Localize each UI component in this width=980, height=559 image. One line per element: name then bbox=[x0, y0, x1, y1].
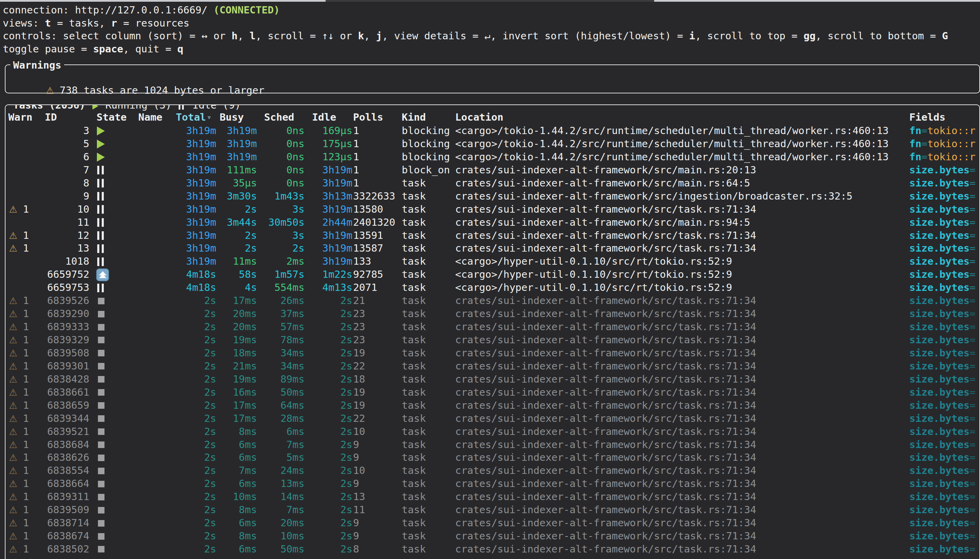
column-header-busy[interactable]: Busy bbox=[220, 111, 244, 124]
task-row[interactable]: ⚠168386612s16ms50ms2s19taskcrates/sui-in… bbox=[5, 386, 979, 399]
task-row[interactable]: ⚠168395082s18ms34ms2s19taskcrates/sui-in… bbox=[5, 347, 979, 360]
task-row[interactable]: 66597534m18s4s554ms4m13s2071task<cargo>/… bbox=[5, 281, 979, 294]
column-header-kind[interactable]: Kind bbox=[402, 111, 426, 124]
sched-duration: 0ns bbox=[261, 124, 305, 137]
task-id: 6838714 bbox=[40, 517, 89, 530]
task-row[interactable]: 83h19m35µs0ns3h19m1taskcrates/sui-indexe… bbox=[5, 177, 979, 190]
warning-icon: ⚠ bbox=[9, 334, 19, 347]
busy-duration: 58s bbox=[220, 268, 257, 281]
task-row[interactable]: 33h19m3h19m0ns169µs1blocking<cargo>/toki… bbox=[5, 124, 979, 137]
column-header-warn[interactable]: Warn bbox=[8, 111, 32, 124]
column-header-name[interactable]: Name bbox=[138, 111, 162, 124]
task-row[interactable]: ⚠168393332s20ms57ms2s23taskcrates/sui-in… bbox=[5, 321, 979, 334]
warn-count: 1 bbox=[19, 464, 29, 477]
busy-duration: 2s bbox=[220, 203, 257, 216]
warning-icon: ⚠ bbox=[9, 308, 19, 321]
polls-count: 1 bbox=[353, 164, 401, 177]
state-completed-icon bbox=[96, 530, 112, 543]
fields-cell: size.bytes= bbox=[909, 373, 980, 386]
task-row[interactable]: ⚠1103h19m2s3s3h19m13580taskcrates/sui-in… bbox=[5, 203, 979, 216]
task-row[interactable]: ⚠168386742s8ms10ms2s9taskcrates/sui-inde… bbox=[5, 530, 979, 543]
task-location: crates/sui-indexer-alt-framework/src/tas… bbox=[455, 321, 909, 334]
busy-duration: 17ms bbox=[220, 412, 257, 425]
sched-duration: 1m43s bbox=[261, 190, 305, 203]
task-row[interactable]: 113h19m3m44s30m50s2h44m2401320taskcrates… bbox=[5, 216, 979, 229]
warning-icon: ⚠ bbox=[46, 85, 54, 96]
column-header-sched[interactable]: Sched bbox=[264, 111, 294, 124]
total-duration: 2s bbox=[164, 425, 216, 438]
total-duration: 2s bbox=[164, 477, 216, 490]
task-row[interactable]: 93h19m3m30s1m43s3h13m3322633taskcrates/s… bbox=[5, 190, 979, 203]
column-header-state[interactable]: State bbox=[96, 111, 127, 124]
task-row[interactable]: ⚠168387142s6ms20ms2s9taskcrates/sui-inde… bbox=[5, 517, 979, 530]
warn-count bbox=[19, 190, 29, 203]
task-row[interactable]: ⚠168386592s17ms64ms2s19taskcrates/sui-in… bbox=[5, 399, 979, 412]
task-row[interactable]: ⚠168385542s7ms24ms2s10taskcrates/sui-ind… bbox=[5, 464, 979, 477]
task-kind: task bbox=[402, 543, 457, 556]
task-row[interactable]: 53h19m3h19m0ns175µs1blocking<cargo>/toki… bbox=[5, 137, 979, 150]
task-row[interactable]: ⚠168393012s21ms34ms2s22taskcrates/sui-in… bbox=[5, 360, 979, 373]
idle-duration: 2s bbox=[308, 543, 353, 556]
sched-duration: 1m57s bbox=[261, 268, 305, 281]
task-row[interactable]: ⚠168395262s17ms26ms2s21taskcrates/sui-in… bbox=[5, 294, 979, 308]
task-location: crates/sui-indexer-alt-framework/src/tas… bbox=[455, 543, 909, 556]
busy-duration: 19ms bbox=[220, 373, 257, 386]
task-row[interactable]: ⚠168384282s19ms89ms2s18taskcrates/sui-in… bbox=[5, 373, 979, 386]
task-row[interactable]: ⚠168392902s20ms37ms2s23taskcrates/sui-in… bbox=[5, 308, 979, 321]
task-row[interactable]: 73h19m111ms0ns3h19m1block_oncrates/sui-i… bbox=[5, 164, 979, 177]
task-id: 6838684 bbox=[40, 438, 89, 452]
polls-count: 13587 bbox=[353, 242, 401, 255]
task-location: crates/sui-indexer-alt-framework/src/mai… bbox=[455, 177, 909, 190]
warn-count: 1 bbox=[19, 334, 29, 347]
sched-duration: 6ms bbox=[261, 425, 305, 438]
task-kind: task bbox=[402, 190, 457, 203]
task-row[interactable]: ⚠1123h19m2s3s3h19m13591taskcrates/sui-in… bbox=[5, 229, 979, 242]
busy-duration: 21ms bbox=[220, 360, 257, 373]
warning-icon bbox=[9, 137, 19, 150]
busy-duration: 6ms bbox=[220, 543, 257, 556]
task-row[interactable]: 10183h19m11ms2ms3h19m133task<cargo>/hype… bbox=[5, 255, 979, 268]
task-kind: task bbox=[402, 360, 457, 373]
task-location: crates/sui-indexer-alt-framework/src/tas… bbox=[455, 242, 909, 255]
warning-icon: ⚠ bbox=[9, 294, 19, 308]
state-completed-icon bbox=[96, 517, 112, 530]
total-duration: 2s bbox=[164, 490, 216, 503]
task-id: 8 bbox=[40, 177, 89, 190]
task-kind: task bbox=[402, 438, 457, 452]
fields-cell: size.bytes= bbox=[909, 425, 980, 438]
task-location: <cargo>/hyper-util-0.1.10/src/rt/tokio.r… bbox=[455, 268, 909, 281]
task-row[interactable]: ⚠168386262s6ms5ms2s9taskcrates/sui-index… bbox=[5, 451, 979, 464]
column-header-location[interactable]: Location bbox=[455, 111, 503, 124]
idle-duration: 2s bbox=[308, 386, 353, 399]
sched-duration: 2s bbox=[261, 242, 305, 255]
task-row[interactable]: ⚠168386842s6ms7ms2s9taskcrates/sui-index… bbox=[5, 438, 979, 452]
warn-count bbox=[19, 150, 29, 164]
task-kind: task bbox=[402, 203, 457, 216]
state-completed-icon bbox=[96, 543, 112, 556]
column-header-idle[interactable]: Idle bbox=[312, 111, 336, 124]
task-row[interactable]: 63h19m3h19m0ns123µs1blocking<cargo>/toki… bbox=[5, 150, 979, 164]
task-row[interactable]: 66597524m18s58s1m57s1m22s92785task<cargo… bbox=[5, 268, 979, 281]
total-duration: 2s bbox=[164, 464, 216, 477]
task-row[interactable]: ⚠168393112s10ms14ms2s13taskcrates/sui-in… bbox=[5, 490, 979, 503]
task-row[interactable]: ⚠168393442s17ms28ms2s22taskcrates/sui-in… bbox=[5, 412, 979, 425]
task-row[interactable]: ⚠168385022s6ms50ms2s8taskcrates/sui-inde… bbox=[5, 543, 979, 556]
state-completed-icon bbox=[96, 503, 112, 517]
task-row[interactable]: ⚠168386642s6ms13ms2s9taskcrates/sui-inde… bbox=[5, 477, 979, 490]
task-row[interactable]: ⚠1133h19m2s2s3h19m13587taskcrates/sui-in… bbox=[5, 242, 979, 255]
column-header-id[interactable]: ID bbox=[45, 111, 57, 124]
column-header-total[interactable]: Total▿ bbox=[176, 111, 211, 124]
task-row[interactable]: ⚠168395212s8ms6ms2s10taskcrates/sui-inde… bbox=[5, 425, 979, 438]
total-duration: 2s bbox=[164, 308, 216, 321]
warn-count bbox=[19, 268, 29, 281]
column-header-fields[interactable]: Fields bbox=[909, 111, 945, 124]
sched-duration: 5ms bbox=[261, 451, 305, 464]
task-row[interactable]: ⚠168395092s8ms7ms2s11taskcrates/sui-inde… bbox=[5, 503, 979, 517]
state-completed-icon bbox=[96, 464, 112, 477]
fields-cell: size.bytes= bbox=[909, 399, 980, 412]
column-header-polls[interactable]: Polls bbox=[353, 111, 383, 124]
fields-cell: size.bytes= bbox=[909, 308, 980, 321]
warning-icon bbox=[9, 177, 19, 190]
task-id: 10 bbox=[40, 203, 89, 216]
task-row[interactable]: ⚠168393292s19ms78ms2s23taskcrates/sui-in… bbox=[5, 334, 979, 347]
